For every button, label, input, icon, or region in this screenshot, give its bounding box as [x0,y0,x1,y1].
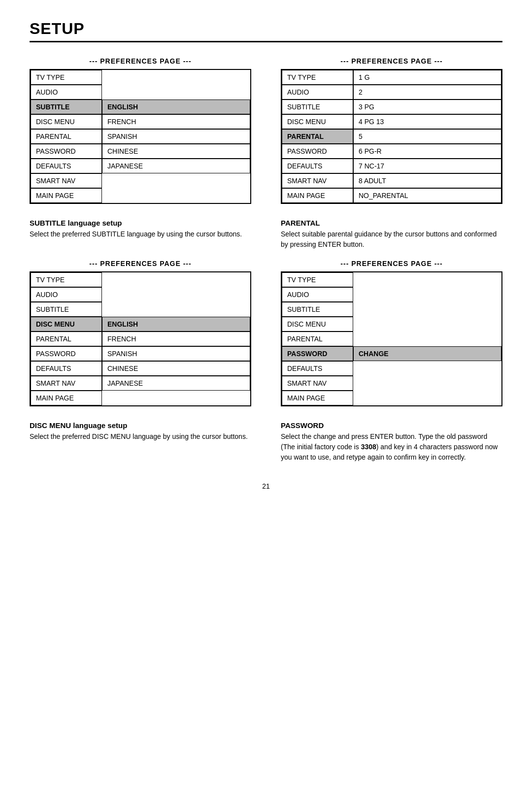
cell-right: CHANGE [353,346,501,361]
cell-left: TV TYPE [282,272,353,287]
top-right-panel-label: --- PREFERENCES PAGE --- [281,57,502,65]
cell-left: MAIN PAGE [282,188,353,203]
cell-left: DEFAULTS [31,159,102,173]
table-row: PASSWORDCHANGE [282,346,501,361]
cell-left: AUDIO [282,85,353,100]
table-row: AUDIO [31,287,250,302]
cell-right: 3 PG [353,100,501,114]
cell-left: SMART NAV [31,173,102,188]
page-number: 21 [30,482,502,490]
disc-menu-desc-title: DISC MENU language setup [30,421,251,430]
top-desc-columns: SUBTITLE language setup Select the prefe… [30,219,502,250]
cell-left: SMART NAV [31,376,102,391]
subtitle-desc-body: Select the preferred SUBTITLE language b… [30,229,251,239]
bottom-right-pref-box: TV TYPEAUDIOSUBTITLEDISC MENUPARENTALPAS… [281,271,502,406]
top-left-panel-label: --- PREFERENCES PAGE --- [30,57,251,65]
table-row: SUBTITLE3 PG [282,100,501,114]
cell-right: NO_PARENTAL [353,188,501,203]
table-row: DISC MENUFRENCH [31,114,250,129]
parental-desc: PARENTAL Select suitable parental guidan… [281,219,502,250]
table-row: DEFAULTS7 NC-17 [282,159,501,173]
cell-right: 5 [353,129,501,144]
table-row: SUBTITLEENGLISH [31,100,250,114]
top-left-pref-box: TV TYPEAUDIOSUBTITLEENGLISHDISC MENUFREN… [30,69,251,204]
cell-left: SUBTITLE [282,100,353,114]
cell-left: TV TYPE [31,70,102,85]
top-right-pref-box: TV TYPE1 GAUDIO2SUBTITLE3 PGDISC MENU4 P… [281,69,502,204]
table-row: PARENTAL5 [282,129,501,144]
cell-right: SPANISH [102,129,250,144]
table-row: DISC MENU [282,317,501,332]
cell-left: SMART NAV [282,376,353,391]
cell-right: 1 G [353,70,501,85]
cell-left: MAIN PAGE [31,188,102,203]
table-row: DEFAULTSCHINESE [31,361,250,376]
table-row: SMART NAV [282,376,501,391]
cell-left: AUDIO [31,287,102,302]
cell-left: DEFAULTS [282,159,353,173]
table-row: PASSWORDSPANISH [31,346,250,361]
table-row: SUBTITLE [31,302,250,317]
cell-right: ENGLISH [102,100,250,114]
table-row: PARENTALSPANISH [31,129,250,144]
cell-right: JAPANESE [102,159,250,173]
password-desc-title: PASSWORD [281,421,502,430]
cell-right: 7 NC-17 [353,159,501,173]
bottom-right-panel: --- PREFERENCES PAGE --- TV TYPEAUDIOSUB… [281,260,502,406]
cell-right: ENGLISH [102,317,250,332]
cell-left: AUDIO [282,287,353,302]
bottom-desc-columns: DISC MENU language setup Select the pref… [30,421,502,463]
table-row: DISC MENUENGLISH [31,317,250,332]
cell-left: DEFAULTS [282,361,353,376]
table-row: SMART NAVJAPANESE [31,376,250,391]
cell-right: 6 PG-R [353,144,501,159]
table-row: TV TYPE [31,70,250,85]
cell-left: SUBTITLE [282,302,353,317]
password-desc: PASSWORD Select the change and press ENT… [281,421,502,463]
cell-left: PARENTAL [31,129,102,144]
cell-right: FRENCH [102,114,250,129]
disc-menu-desc: DISC MENU language setup Select the pref… [30,421,251,463]
cell-left: AUDIO [31,85,102,100]
parental-desc-title: PARENTAL [281,219,502,227]
table-row: MAIN PAGE [31,391,250,405]
cell-left: PASSWORD [282,346,353,361]
table-row: AUDIO2 [282,85,501,100]
table-row: AUDIO [282,287,501,302]
cell-right: CHINESE [102,144,250,159]
cell-left: SUBTITLE [31,100,102,114]
table-row: AUDIO [31,85,250,100]
table-row: SUBTITLE [282,302,501,317]
table-row: PASSWORDCHINESE [31,144,250,159]
table-row: PASSWORD6 PG-R [282,144,501,159]
cell-left: TV TYPE [31,272,102,287]
top-left-panel: --- PREFERENCES PAGE --- TV TYPEAUDIOSUB… [30,57,251,204]
cell-left: PASSWORD [31,144,102,159]
bottom-left-pref-box: TV TYPEAUDIOSUBTITLEDISC MENUENGLISHPARE… [30,271,251,406]
bottom-left-panel: --- PREFERENCES PAGE --- TV TYPEAUDIOSUB… [30,260,251,406]
top-panels: --- PREFERENCES PAGE --- TV TYPEAUDIOSUB… [30,57,502,204]
table-row: MAIN PAGE [282,391,501,405]
cell-right: JAPANESE [102,376,250,391]
table-row: DEFAULTS [282,361,501,376]
cell-right: 4 PG 13 [353,114,501,129]
cell-left: DISC MENU [282,317,353,332]
cell-left: SMART NAV [282,173,353,188]
cell-right: 8 ADULT [353,173,501,188]
top-right-panel: --- PREFERENCES PAGE --- TV TYPE1 GAUDIO… [281,57,502,204]
cell-left: TV TYPE [282,70,353,85]
subtitle-desc: SUBTITLE language setup Select the prefe… [30,219,251,250]
cell-left: DISC MENU [31,317,102,332]
parental-desc-body: Select suitable parental guidance by the… [281,229,502,250]
cell-right: CHINESE [102,361,250,376]
cell-left: DISC MENU [282,114,353,129]
cell-left: PARENTAL [31,332,102,346]
cell-right: FRENCH [102,332,250,346]
table-row: TV TYPE1 G [282,70,501,85]
table-row: DISC MENU4 PG 13 [282,114,501,129]
table-row: MAIN PAGENO_PARENTAL [282,188,501,203]
cell-left: MAIN PAGE [282,391,353,405]
table-row: MAIN PAGE [31,188,250,203]
cell-left: DEFAULTS [31,361,102,376]
disc-menu-desc-body: Select the preferred DISC MENU language … [30,432,251,442]
